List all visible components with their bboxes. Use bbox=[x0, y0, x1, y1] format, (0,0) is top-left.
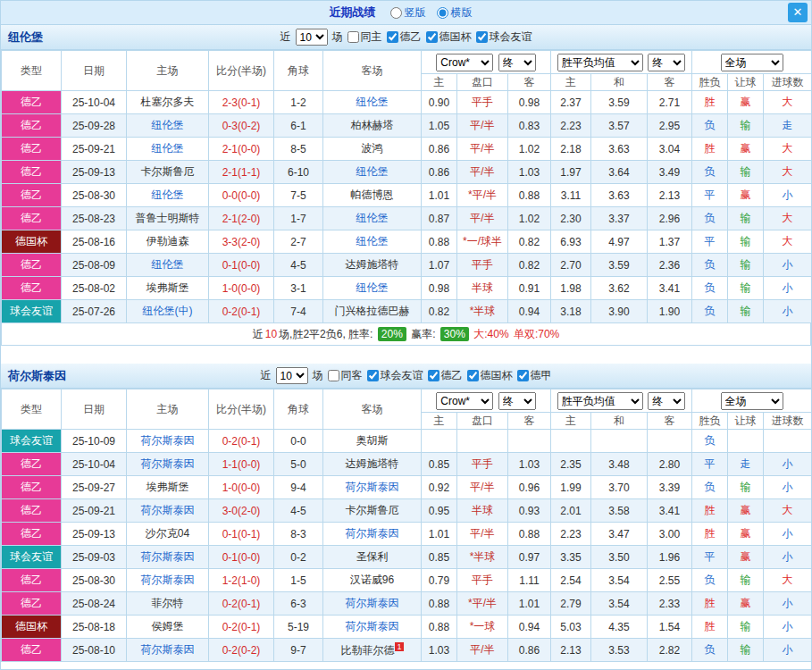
home-team-link[interactable]: 荷尔斯泰因 bbox=[127, 499, 209, 523]
match-date: 25-08-02 bbox=[62, 277, 127, 300]
col-header-type: 类型 bbox=[2, 389, 62, 430]
away-team-link[interactable]: 纽伦堡 bbox=[323, 277, 422, 300]
match-score: 2-3(0-1) bbox=[209, 91, 274, 114]
match-score: 3-3(2-0) bbox=[209, 230, 274, 254]
league-badge: 德乙 bbox=[2, 523, 62, 546]
vertical-radio-input[interactable] bbox=[390, 7, 402, 19]
checkbox-input[interactable] bbox=[476, 31, 488, 43]
scope-select[interactable]: 全场 bbox=[721, 392, 783, 410]
avg-source-select[interactable]: 胜平负均值 bbox=[557, 392, 643, 410]
odds-away: 0.82 bbox=[508, 230, 551, 254]
filter-checkbox[interactable]: 德乙 bbox=[428, 368, 463, 383]
filter-checkbox[interactable]: 德乙 bbox=[387, 29, 422, 45]
recent-count-select[interactable]: 10 bbox=[296, 29, 328, 46]
away-team-link[interactable]: 荷尔斯泰因 bbox=[323, 523, 422, 546]
away-team-link[interactable]: 汉诺威96 bbox=[323, 569, 422, 592]
avg-lose: 3.41 bbox=[648, 277, 692, 300]
filter-checkbox[interactable]: 德国杯 bbox=[426, 29, 472, 45]
away-team-link[interactable]: 帕德博恩 bbox=[323, 184, 422, 207]
away-team-link[interactable]: 门兴格拉德巴赫 bbox=[323, 300, 422, 323]
home-team-link[interactable]: 纽伦堡 bbox=[127, 254, 209, 277]
home-team-link[interactable]: 纽伦堡(中) bbox=[127, 300, 209, 323]
home-team-link[interactable]: 沙尔克04 bbox=[127, 523, 209, 546]
checkbox-input[interactable] bbox=[467, 370, 479, 381]
checkbox-input[interactable] bbox=[367, 370, 379, 381]
home-team-link[interactable]: 卡尔斯鲁厄 bbox=[127, 161, 209, 184]
layout-radio-horizontal[interactable]: 横版 bbox=[437, 5, 473, 21]
filter-checkbox[interactable]: 德国杯 bbox=[467, 368, 513, 383]
filter-checkbox[interactable]: 同客 bbox=[328, 368, 363, 383]
checkbox-input[interactable] bbox=[328, 370, 339, 381]
away-team-link[interactable]: 纽伦堡 bbox=[323, 161, 422, 184]
match-score: 0-1(0-1) bbox=[209, 523, 274, 546]
goals-result: 小 bbox=[764, 254, 812, 277]
home-team-link[interactable]: 埃弗斯堡 bbox=[127, 476, 209, 499]
horizontal-radio-input[interactable] bbox=[437, 7, 448, 19]
filter-checkbox[interactable]: 球会友谊 bbox=[476, 29, 532, 45]
home-team-link[interactable]: 荷尔斯泰因 bbox=[127, 453, 209, 476]
match-row: 德乙25-08-24菲尔特0-2(0-1)6-3荷尔斯泰因0.88*平/半1.0… bbox=[2, 592, 812, 616]
league-badge: 德乙 bbox=[2, 569, 62, 592]
away-team-link[interactable]: 荷尔斯泰因 bbox=[323, 616, 422, 639]
filter-checkbox[interactable]: 德甲 bbox=[517, 368, 552, 383]
away-team-link[interactable]: 奥胡斯 bbox=[323, 430, 422, 453]
sub-col-header: 进球数 bbox=[764, 413, 812, 430]
odds-source-select[interactable]: Crow* bbox=[436, 54, 493, 71]
match-row: 德国杯25-08-18侯姆堡0-2(0-1)5-19荷尔斯泰因0.88*一球0.… bbox=[2, 616, 812, 639]
odds-home: 0.95 bbox=[422, 499, 457, 523]
checkbox-input[interactable] bbox=[347, 31, 359, 43]
away-team-link[interactable]: 圣保利 bbox=[323, 546, 422, 569]
checkbox-input[interactable] bbox=[517, 370, 529, 381]
corner-score: 9-4 bbox=[274, 476, 323, 499]
handicap-result: 走 bbox=[728, 453, 764, 476]
filter-checkbox[interactable]: 球会友谊 bbox=[367, 368, 423, 383]
avg-lose: 2.13 bbox=[648, 184, 692, 207]
away-team-link[interactable]: 纽伦堡 bbox=[323, 207, 422, 230]
away-team-link[interactable]: 纽伦堡 bbox=[323, 230, 422, 254]
odds-home: 0.86 bbox=[422, 161, 457, 184]
match-score: 0-2(0-1) bbox=[209, 592, 274, 616]
home-team-link[interactable]: 杜塞尔多夫 bbox=[127, 91, 209, 114]
scope-select[interactable]: 全场 bbox=[721, 54, 783, 71]
home-team-link[interactable]: 普鲁士明斯特 bbox=[127, 207, 209, 230]
home-team-link[interactable]: 荷尔斯泰因 bbox=[127, 430, 209, 453]
avg-source-select[interactable]: 胜平负均值 bbox=[557, 54, 643, 71]
avg-draw: 3.62 bbox=[591, 277, 648, 300]
home-team-link[interactable]: 埃弗斯堡 bbox=[127, 277, 209, 300]
odds-final-select[interactable]: 终 bbox=[498, 392, 536, 410]
home-team-link[interactable]: 侯姆堡 bbox=[127, 616, 209, 639]
away-team-link[interactable]: 纽伦堡 bbox=[323, 91, 422, 114]
home-team-link[interactable]: 荷尔斯泰因 bbox=[127, 569, 209, 592]
away-team-link[interactable]: 达姆施塔特 bbox=[323, 254, 422, 277]
home-team-link[interactable]: 伊勒迪森 bbox=[127, 230, 209, 254]
home-team-link[interactable]: 荷尔斯泰因 bbox=[127, 546, 209, 569]
home-team-link[interactable]: 纽伦堡 bbox=[127, 138, 209, 161]
filter-checkbox[interactable]: 同主 bbox=[347, 29, 382, 45]
away-team-link[interactable]: 荷尔斯泰因 bbox=[323, 476, 422, 499]
away-team-link[interactable]: 卡尔斯鲁厄 bbox=[323, 499, 422, 523]
avg-lose: 1.37 bbox=[648, 230, 692, 254]
home-team-link[interactable]: 荷尔斯泰因 bbox=[127, 639, 209, 662]
checkbox-input[interactable] bbox=[428, 370, 439, 381]
avg-final-select[interactable]: 终 bbox=[648, 392, 685, 410]
checkbox-input[interactable] bbox=[387, 31, 398, 43]
home-team-link[interactable]: 纽伦堡 bbox=[127, 114, 209, 138]
checkbox-input[interactable] bbox=[426, 31, 438, 43]
close-button[interactable]: ✕ bbox=[788, 3, 808, 22]
home-team-link[interactable]: 菲尔特 bbox=[127, 592, 209, 616]
result: 负 bbox=[692, 430, 728, 453]
avg-final-select[interactable]: 终 bbox=[648, 54, 685, 71]
handicap: *半球 bbox=[457, 300, 508, 323]
recent-count-select[interactable]: 10 bbox=[276, 367, 308, 384]
league-badge: 德乙 bbox=[2, 453, 62, 476]
away-team-link[interactable]: 波鸿 bbox=[323, 138, 422, 161]
away-team-link[interactable]: 柏林赫塔 bbox=[323, 114, 422, 138]
away-team-link[interactable]: 荷尔斯泰因 bbox=[323, 592, 422, 616]
odds-away: 1.03 bbox=[508, 161, 551, 184]
away-team-link[interactable]: 比勒菲尔德1 bbox=[323, 639, 422, 662]
odds-final-select[interactable]: 终 bbox=[498, 54, 536, 71]
layout-radio-vertical[interactable]: 竖版 bbox=[390, 5, 426, 21]
home-team-link[interactable]: 纽伦堡 bbox=[127, 184, 209, 207]
away-team-link[interactable]: 达姆施塔特 bbox=[323, 453, 422, 476]
odds-source-select[interactable]: Crow* bbox=[436, 392, 493, 410]
